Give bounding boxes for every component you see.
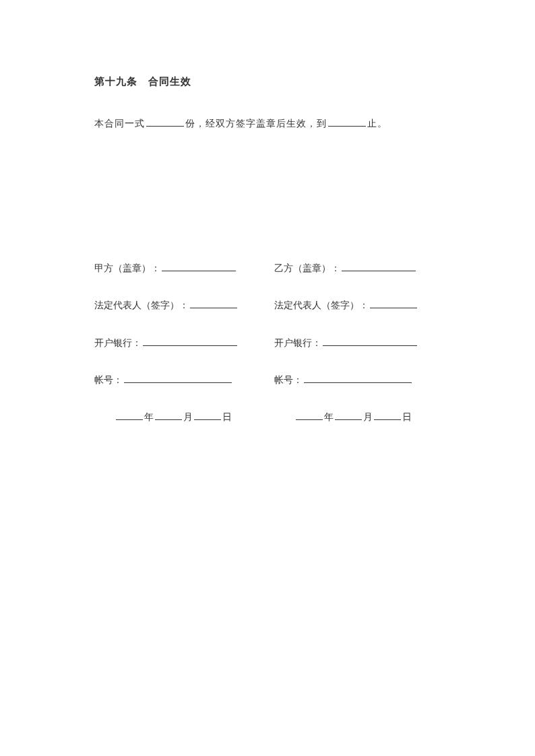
party-a-seal-label: 甲方（盖章）：: [94, 263, 160, 273]
party-b-month-blank[interactable]: [335, 411, 362, 420]
party-a-month-blank[interactable]: [155, 411, 182, 420]
body-text-2: 份，经双方签字盖章后生效，到: [185, 118, 327, 129]
party-b-column: 乙方（盖章）： 法定代表人（签字）： 开户银行： 帐号： 年月日: [274, 260, 441, 425]
party-a-year-blank[interactable]: [116, 411, 143, 420]
party-a-day-label: 日: [222, 412, 232, 422]
party-b-account-blank[interactable]: [304, 374, 412, 383]
party-a-rep-blank[interactable]: [190, 299, 237, 308]
party-a-bank-label: 开户银行：: [94, 338, 141, 348]
party-b-seal-label: 乙方（盖章）：: [274, 263, 340, 273]
body-text-3: 止。: [367, 118, 387, 129]
blank-copies[interactable]: [146, 117, 184, 127]
party-b-bank-label: 开户银行：: [274, 338, 321, 348]
party-a-column: 甲方（盖章）： 法定代表人（签字）： 开户银行： 帐号： 年月日: [94, 260, 261, 425]
party-b-date-row: 年月日: [274, 409, 441, 425]
party-a-month-label: 月: [183, 412, 193, 422]
body-text-1: 本合同一式: [94, 118, 145, 129]
article-heading: 第十九条 合同生效: [94, 73, 441, 91]
party-b-year-label: 年: [324, 412, 334, 422]
blank-end-date[interactable]: [328, 117, 366, 127]
party-a-account-blank[interactable]: [124, 374, 232, 383]
party-a-bank-row: 开户银行：: [94, 335, 261, 351]
party-b-day-label: 日: [402, 412, 412, 422]
party-b-bank-blank[interactable]: [323, 337, 417, 346]
party-b-year-blank[interactable]: [296, 411, 323, 420]
party-b-seal-blank[interactable]: [342, 262, 416, 271]
party-b-day-blank[interactable]: [374, 411, 401, 420]
party-a-account-label: 帐号：: [94, 375, 123, 385]
party-b-seal-row: 乙方（盖章）：: [274, 260, 441, 277]
party-a-day-blank[interactable]: [194, 411, 221, 420]
party-a-rep-row: 法定代表人（签字）：: [94, 297, 261, 314]
party-a-seal-blank[interactable]: [162, 262, 236, 271]
party-a-date-row: 年月日: [94, 409, 261, 425]
article-body: 本合同一式份，经双方签字盖章后生效，到止。: [94, 115, 441, 132]
party-b-rep-blank[interactable]: [370, 299, 417, 308]
party-a-account-row: 帐号：: [94, 372, 261, 388]
party-a-rep-label: 法定代表人（签字）：: [94, 300, 189, 310]
party-a-bank-blank[interactable]: [143, 337, 237, 346]
party-b-account-label: 帐号：: [274, 375, 303, 385]
party-a-seal-row: 甲方（盖章）：: [94, 260, 261, 277]
signature-block: 甲方（盖章）： 法定代表人（签字）： 开户银行： 帐号： 年月日 乙方（盖章）：…: [94, 260, 441, 425]
party-b-bank-row: 开户银行：: [274, 335, 441, 351]
party-b-month-label: 月: [363, 412, 373, 422]
party-b-rep-row: 法定代表人（签字）：: [274, 297, 441, 314]
party-b-rep-label: 法定代表人（签字）：: [274, 300, 369, 310]
party-a-year-label: 年: [144, 412, 154, 422]
party-b-account-row: 帐号：: [274, 372, 441, 388]
